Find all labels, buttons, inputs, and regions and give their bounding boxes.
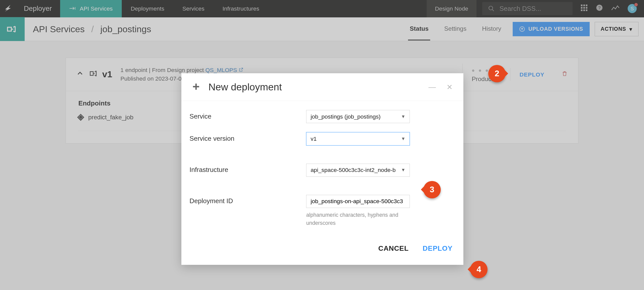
deployment-id-input[interactable]	[306, 195, 410, 208]
annotation-marker-3: 3	[423, 181, 441, 198]
modal-title: New deployment	[208, 82, 282, 93]
chevron-down-icon: ▼	[401, 167, 406, 173]
cancel-button[interactable]: CANCEL	[378, 244, 409, 252]
chevron-down-icon: ▼	[401, 114, 406, 119]
annotation-marker-2: 2	[488, 65, 506, 82]
modal-body: Service job_postings (job_postings)▼ Ser…	[181, 101, 463, 240]
service-label: Service	[189, 110, 306, 120]
minimize-icon[interactable]: —	[428, 83, 436, 91]
deployment-id-label: Deployment ID	[189, 195, 306, 205]
deployment-id-hint: alphanumeric characters, hyphens and und…	[306, 211, 410, 227]
service-version-label: Service version	[189, 132, 306, 142]
plus-icon	[192, 83, 201, 92]
chevron-down-icon: ▼	[401, 136, 406, 141]
service-select[interactable]: job_postings (job_postings)▼	[306, 110, 410, 123]
infrastructure-select[interactable]: api_space-500c3c3c-int2_node-b▼	[306, 164, 410, 177]
service-version-select[interactable]: v1▼	[306, 132, 410, 145]
deploy-button[interactable]: DEPLOY	[423, 244, 453, 252]
modal-header: New deployment — ✕	[181, 73, 463, 101]
close-icon[interactable]: ✕	[447, 83, 453, 91]
new-deployment-modal: New deployment — ✕ Service job_postings …	[181, 73, 463, 265]
infrastructure-label: Infrastructure	[189, 164, 306, 174]
annotation-marker-4: 4	[470, 261, 488, 278]
modal-footer: CANCEL DEPLOY	[181, 240, 463, 265]
